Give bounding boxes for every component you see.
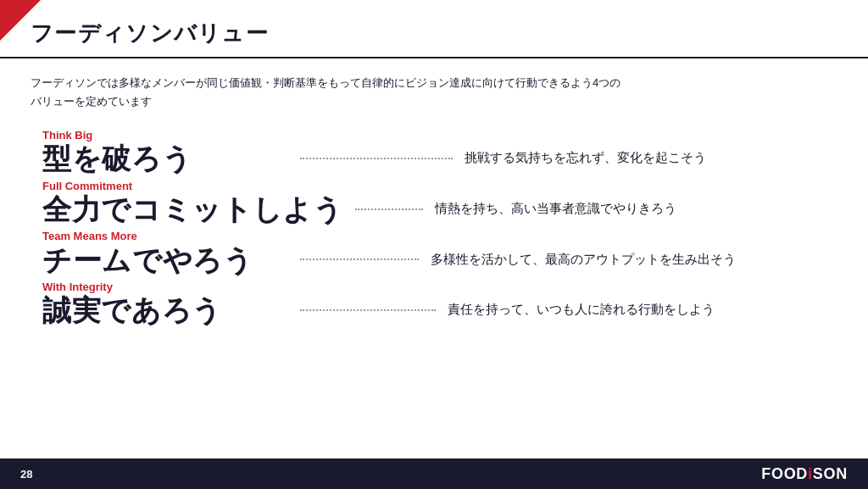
page-title: フーディソンバリュー bbox=[31, 19, 837, 48]
dotted-line-1 bbox=[355, 208, 423, 210]
value-left-3: With Integrity 誠実であろう bbox=[42, 280, 288, 327]
value-desc-0: 挑戦する気持ちを忘れず、変化を起こそう bbox=[465, 150, 706, 166]
value-row: Think Big 型を破ろう 挑戦する気持ちを忘れず、変化を起こそう bbox=[42, 128, 826, 175]
dotted-line-0 bbox=[300, 158, 453, 159]
dotted-line-2 bbox=[300, 258, 419, 260]
dotted-line-3 bbox=[300, 309, 436, 311]
value-desc-2: 多様性を活かして、最高のアウトプットを生み出そう bbox=[431, 252, 736, 268]
value-title-1: 全力でコミットしよう bbox=[42, 194, 343, 225]
footer: 28 FOODiSON bbox=[0, 458, 868, 489]
value-label-2: Team Means More bbox=[42, 229, 288, 244]
value-label-3: With Integrity bbox=[42, 280, 288, 295]
value-title-0: 型を破ろう bbox=[42, 143, 288, 175]
page-number: 28 bbox=[20, 468, 32, 481]
header: フーディソンバリュー bbox=[0, 0, 868, 58]
value-left-1: Full Commitment 全力でコミットしよう bbox=[42, 179, 343, 226]
value-row: With Integrity 誠実であろう 責任を持って、いつも人に誇れる行動を… bbox=[42, 280, 826, 327]
logo-accent: i bbox=[808, 465, 813, 482]
values-container: Think Big 型を破ろう 挑戦する気持ちを忘れず、変化を起こそう Full… bbox=[0, 119, 868, 326]
subtitle-area: フーディソンでは多様なメンバーが同じ価値観・判断基準をもって自律的にビジョン達成… bbox=[0, 58, 868, 119]
value-label-0: Think Big bbox=[42, 128, 288, 143]
subtitle-text: フーディソンでは多様なメンバーが同じ価値観・判断基準をもって自律的にビジョン達成… bbox=[31, 74, 837, 111]
value-row: Full Commitment 全力でコミットしよう 情熱を持ち、高い当事者意識… bbox=[42, 179, 826, 226]
logo: FOODiSON bbox=[761, 465, 848, 483]
value-left-0: Think Big 型を破ろう bbox=[42, 128, 288, 175]
value-title-2: チームでやろう bbox=[42, 245, 288, 276]
value-title-3: 誠実であろう bbox=[42, 295, 288, 326]
value-row: Team Means More チームでやろう 多様性を活かして、最高のアウトプ… bbox=[42, 229, 826, 276]
value-label-1: Full Commitment bbox=[42, 179, 343, 194]
value-desc-3: 責任を持って、いつも人に誇れる行動をしよう bbox=[448, 302, 715, 318]
value-desc-1: 情熱を持ち、高い当事者意識でやりきろう bbox=[435, 201, 676, 217]
value-left-2: Team Means More チームでやろう bbox=[42, 229, 288, 276]
